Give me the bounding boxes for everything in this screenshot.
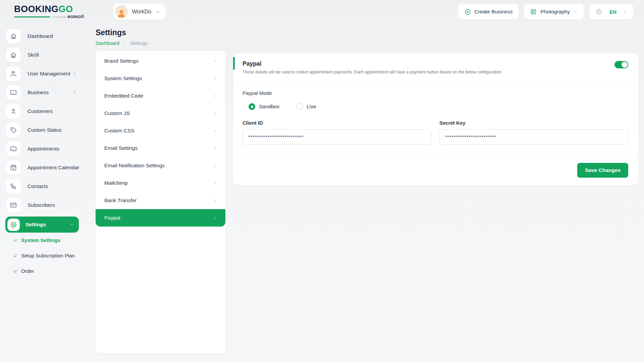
gear-icon (7, 219, 20, 231)
radio-live[interactable]: Live (296, 103, 316, 110)
page-title: Settings (96, 23, 638, 37)
powered-by-brand: WORKDO (67, 15, 84, 19)
radio-checked-icon (249, 103, 255, 110)
paypal-panel-title: Paypal (243, 60, 628, 67)
menu-item-custom-css[interactable]: Custom CSS (96, 122, 225, 139)
top-bar: BOOKINGGO Powered By WORKDO WorkDo Creat… (0, 0, 644, 23)
logo-underline (14, 16, 50, 17)
sidebar-item-settings[interactable]: Settings (5, 217, 79, 233)
disc-icon (13, 269, 18, 273)
credit-card-icon (6, 85, 21, 100)
secret-key-input[interactable] (439, 129, 628, 144)
menu-item-brand-settings[interactable]: Brand Settings (96, 52, 225, 70)
language-code: EN (609, 9, 616, 15)
chevron-right-icon (213, 164, 217, 168)
chevron-right-icon (123, 41, 127, 45)
radio-sandbox[interactable]: Sandbox (249, 103, 279, 110)
paypal-panel-description: These details will be used to collect ap… (243, 70, 628, 74)
breadcrumb-dashboard-link[interactable]: Dashboard (96, 41, 119, 46)
create-business-label: Create Business (475, 9, 513, 15)
chevron-right-icon (213, 76, 217, 81)
secret-key-label: Secret Key (439, 120, 628, 126)
settings-menu: Brand Settings System Settings Embedded … (96, 51, 225, 353)
client-id-field-group: Client ID (243, 120, 431, 144)
breadcrumb: Dashboard Settings (96, 41, 638, 46)
workspace-name: WorkDo (132, 9, 151, 15)
workspace-switcher[interactable]: WorkDo (113, 4, 166, 20)
mail-icon (6, 198, 21, 213)
menu-item-email-notification-settings[interactable]: Email Notification Settings (96, 157, 225, 174)
radio-unchecked-icon (296, 103, 303, 110)
paypal-mode-options: Sandbox Live (243, 103, 628, 110)
breadcrumb-current: Settings (130, 41, 148, 46)
chevron-right-icon (213, 94, 217, 98)
save-changes-button[interactable]: Save Changes (577, 163, 628, 178)
chevron-right-icon (213, 198, 217, 203)
menu-item-embedded-code[interactable]: Embedded Code (96, 87, 225, 105)
client-id-input[interactable] (243, 129, 431, 144)
menu-item-system-settings[interactable]: System Settings (96, 70, 225, 87)
disc-icon (13, 238, 18, 242)
home-icon (6, 29, 21, 44)
chevron-down-icon (573, 9, 578, 14)
main-content: Settings Dashboard Settings Brand Settin… (96, 23, 638, 353)
chevron-right-icon (213, 216, 217, 220)
workspace-avatar (115, 5, 128, 18)
calendar-icon (6, 160, 21, 175)
menu-item-custom-js[interactable]: Custom JS (96, 105, 225, 122)
create-business-button[interactable]: Create Business (458, 4, 519, 19)
grid-add-icon (530, 8, 537, 15)
chevron-right-icon (72, 90, 77, 95)
toggle-knob (622, 62, 628, 68)
sidebar-item-custom-status[interactable]: Custom Status (6, 123, 86, 137)
disc-icon (13, 253, 18, 258)
language-dropdown[interactable]: EN (589, 4, 633, 19)
chevron-right-icon (213, 146, 217, 150)
sidebar-item-appointment-calendar[interactable]: Appointment Calendar (6, 160, 86, 175)
client-id-label: Client ID (243, 120, 431, 126)
app-logo-tagline: Powered By WORKDO (14, 15, 84, 19)
paypal-mode-label: Paypal Mode (243, 90, 628, 96)
paypal-settings-panel: Paypal These details will be used to col… (233, 54, 638, 185)
chevron-right-icon (213, 111, 217, 116)
chevron-right-icon (213, 59, 217, 63)
users-icon (6, 66, 21, 81)
menu-item-paypal[interactable]: Paypal (96, 209, 225, 227)
paypal-panel-header: Paypal These details will be used to col… (233, 54, 638, 81)
menu-item-bank-transfer[interactable]: Bank Transfer (96, 192, 225, 209)
user-icon (6, 104, 21, 119)
menu-item-email-settings[interactable]: Email Settings (96, 139, 225, 157)
powered-by-label: Powered By (52, 16, 66, 18)
phone-icon (6, 179, 21, 194)
sidebar-subitem-order[interactable]: Order (14, 268, 86, 274)
paypal-panel-footer: Save Changes (233, 155, 638, 185)
sidebar-item-appointments[interactable]: Appointments (6, 141, 86, 156)
sidebar-item-customers[interactable]: Customers (6, 104, 86, 119)
business-type-label: Photography (540, 9, 570, 15)
sidebar-item-skrill[interactable]: Skrill (6, 48, 86, 62)
paypal-panel-body: Paypal Mode Sandbox Live Client ID (233, 81, 638, 155)
circle-plus-icon (464, 8, 471, 15)
chevron-right-icon (213, 181, 217, 185)
topbar-actions: Create Business Photography EN (458, 4, 633, 19)
app-logo-text: BOOKINGGO (14, 5, 84, 14)
business-type-dropdown[interactable]: Photography (524, 4, 584, 19)
sidebar-item-dashboard[interactable]: Dashboard (6, 29, 86, 44)
secret-key-field-group: Secret Key (439, 120, 628, 144)
sidebar-item-contacts[interactable]: Contacts (6, 179, 86, 194)
sidebar-item-business[interactable]: Business (6, 85, 86, 100)
paypal-enabled-toggle[interactable] (614, 61, 628, 68)
sidebar-item-subscribers[interactable]: Subscribers (6, 198, 86, 213)
sidebar-subitem-system-settings[interactable]: System Settings (14, 237, 86, 243)
globe-icon (595, 8, 603, 15)
sidebar-subitem-setup-subscription-plan[interactable]: Setup Subscription Plan (14, 253, 86, 258)
chevron-right-icon (213, 129, 217, 133)
sidebar-item-user-management[interactable]: User Management (6, 66, 86, 81)
menu-item-mailchimp[interactable]: Mailchimp (96, 174, 225, 192)
chevron-down-icon (623, 9, 627, 14)
credit-card-icon (6, 141, 21, 156)
tag-icon (6, 123, 21, 137)
app-logo[interactable]: BOOKINGGO Powered By WORKDO (14, 5, 84, 19)
chevron-right-icon (72, 72, 77, 76)
sidebar: Dashboard Skrill User Management Busines… (0, 29, 86, 284)
